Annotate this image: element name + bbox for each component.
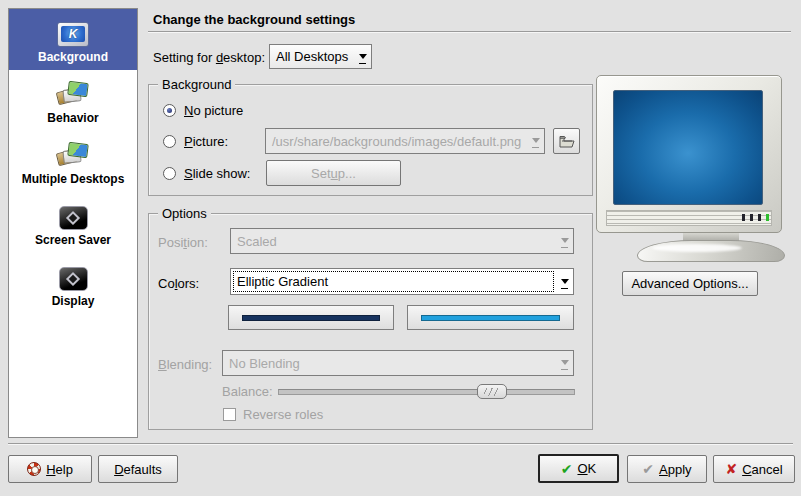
picture-path-combo: /usr/share/backgrounds/images/default.pn… <box>265 128 545 154</box>
title-separator <box>148 31 791 33</box>
sidebar-item-label: Multiple Desktops <box>9 172 137 186</box>
background-settings-dialog: K Background Behavior Multiple Desktops … <box>0 0 801 496</box>
setup-button: Setup... <box>266 160 401 186</box>
chevron-down-icon <box>556 229 573 253</box>
position-label: Position: <box>158 235 208 250</box>
sidebar-item-label: Screen Saver <box>9 233 137 247</box>
desktops-icon <box>56 80 90 108</box>
setting-for-desktop-label: Setting for desktop: <box>153 50 265 65</box>
no-picture-label: No picture <box>184 103 243 118</box>
blending-combo: No Blending <box>222 350 574 376</box>
ok-check-icon: ✔ <box>561 462 573 476</box>
help-lifering-icon <box>27 462 41 476</box>
page-title: Change the background settings <box>153 12 355 27</box>
advanced-options-button[interactable]: Advanced Options... <box>622 271 758 296</box>
chevron-down-icon <box>556 269 573 294</box>
folder-icon <box>559 135 575 148</box>
sidebar-item-background[interactable]: K Background <box>9 9 137 70</box>
sidebar-item-behavior[interactable]: Behavior <box>9 70 137 131</box>
sidebar-item-label: Display <box>9 294 137 308</box>
sidebar-item-display[interactable]: Display <box>9 253 137 314</box>
cancel-x-icon: ✘ <box>725 462 737 476</box>
slider-handle[interactable] <box>477 384 507 399</box>
colors-combo[interactable]: Elliptic Gradient <box>230 268 574 295</box>
color1-swatch <box>242 315 380 321</box>
gradient-color1-button[interactable] <box>228 305 394 330</box>
no-picture-radio[interactable] <box>163 104 176 117</box>
defaults-button[interactable]: Defaults <box>98 455 178 483</box>
help-button[interactable]: Help <box>8 455 92 483</box>
apply-button[interactable]: ✔ Apply <box>627 455 707 483</box>
footer-separator <box>8 443 793 445</box>
apply-check-icon: ✔ <box>642 462 654 476</box>
browse-folder-button[interactable] <box>553 128 580 154</box>
picture-label: Picture: <box>184 134 228 149</box>
chevron-down-icon <box>556 351 573 375</box>
ok-button[interactable]: ✔ OK <box>538 454 619 483</box>
slider-groove <box>278 389 575 395</box>
display-icon <box>59 267 88 291</box>
options-group-title: Options <box>158 206 211 221</box>
balance-slider <box>278 384 575 399</box>
monitor-base <box>637 240 785 262</box>
chevron-down-icon <box>354 45 371 68</box>
background-monitor-icon: K <box>57 22 89 47</box>
preview-monitor <box>596 75 782 233</box>
sidebar-item-multiple-desktops[interactable]: Multiple Desktops <box>9 131 137 192</box>
cancel-button[interactable]: ✘ Cancel <box>713 455 795 483</box>
gradient-color2-button[interactable] <box>407 305 574 330</box>
reverse-roles-checkbox <box>223 408 236 421</box>
color2-swatch <box>421 315 560 321</box>
desktops-icon <box>56 141 90 169</box>
slide-show-radio[interactable] <box>163 167 176 180</box>
screensaver-icon <box>59 206 88 230</box>
blending-label: Blending: <box>158 357 212 372</box>
desktop-select[interactable]: All Desktops <box>269 44 372 69</box>
position-combo: Scaled <box>230 228 574 254</box>
module-list: K Background Behavior Multiple Desktops … <box>8 8 138 438</box>
balance-label: Balance: <box>222 384 273 399</box>
preview-screen <box>613 90 763 205</box>
sidebar-item-label: Background <box>9 50 137 64</box>
monitor-leds <box>742 214 769 221</box>
background-group-title: Background <box>158 77 235 92</box>
sidebar-item-screen-saver[interactable]: Screen Saver <box>9 192 137 253</box>
chevron-down-icon <box>527 129 544 153</box>
colors-label: Colors: <box>158 276 199 291</box>
reverse-roles-label: Reverse roles <box>243 407 323 422</box>
slide-show-label: Slide show: <box>184 166 250 181</box>
sidebar-item-label: Behavior <box>9 111 137 125</box>
picture-radio[interactable] <box>163 135 176 148</box>
